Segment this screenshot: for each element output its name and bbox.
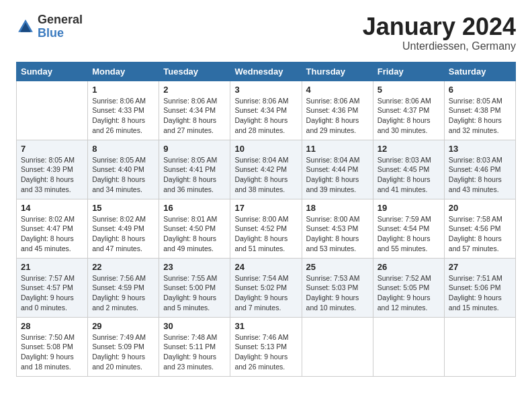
calendar-cell — [444, 317, 515, 376]
header-cell-thursday: Thursday — [302, 62, 373, 81]
logo-general-text: General — [38, 13, 83, 26]
calendar-cell: 6Sunrise: 8:05 AMSunset: 4:38 PMDaylight… — [444, 81, 515, 140]
calendar-cell: 29Sunrise: 7:49 AMSunset: 5:09 PMDayligh… — [88, 317, 159, 376]
calendar-week-4: 21Sunrise: 7:57 AMSunset: 4:57 PMDayligh… — [17, 258, 516, 317]
day-number: 25 — [306, 262, 369, 272]
calendar-cell: 26Sunrise: 7:52 AMSunset: 5:05 PMDayligh… — [373, 258, 444, 317]
calendar-cell: 2Sunrise: 8:06 AMSunset: 4:34 PMDaylight… — [159, 81, 230, 140]
header: General Blue January 2024 Unterdiessen, … — [16, 13, 516, 52]
day-number: 22 — [92, 262, 154, 272]
calendar-cell: 27Sunrise: 7:51 AMSunset: 5:06 PMDayligh… — [444, 258, 515, 317]
cell-content: Sunrise: 7:56 AMSunset: 4:59 PMDaylight:… — [92, 273, 154, 313]
day-number: 31 — [234, 321, 297, 331]
day-number: 21 — [21, 262, 83, 272]
cell-content: Sunrise: 7:48 AMSunset: 5:11 PMDaylight:… — [163, 332, 226, 372]
calendar-cell: 13Sunrise: 8:03 AMSunset: 4:46 PMDayligh… — [444, 140, 515, 199]
calendar-cell: 21Sunrise: 7:57 AMSunset: 4:57 PMDayligh… — [17, 258, 88, 317]
cell-content: Sunrise: 8:02 AMSunset: 4:47 PMDaylight:… — [21, 214, 83, 254]
calendar-cell: 15Sunrise: 8:02 AMSunset: 4:49 PMDayligh… — [88, 199, 159, 258]
calendar-cell: 11Sunrise: 8:04 AMSunset: 4:44 PMDayligh… — [302, 140, 373, 199]
calendar-cell: 31Sunrise: 7:46 AMSunset: 5:13 PMDayligh… — [230, 317, 302, 376]
cell-content: Sunrise: 8:05 AMSunset: 4:38 PMDaylight:… — [449, 96, 511, 136]
header-cell-tuesday: Tuesday — [159, 62, 230, 81]
day-number: 26 — [378, 262, 440, 272]
day-number: 10 — [234, 144, 297, 154]
cell-content: Sunrise: 8:04 AMSunset: 4:42 PMDaylight:… — [234, 155, 297, 195]
header-cell-friday: Friday — [373, 62, 444, 81]
calendar-cell: 1Sunrise: 8:06 AMSunset: 4:33 PMDaylight… — [88, 81, 159, 140]
day-number: 14 — [21, 203, 83, 213]
cell-content: Sunrise: 8:06 AMSunset: 4:36 PMDaylight:… — [306, 96, 369, 136]
day-number: 4 — [306, 85, 369, 95]
cell-content: Sunrise: 8:05 AMSunset: 4:41 PMDaylight:… — [163, 155, 226, 195]
cell-content: Sunrise: 7:54 AMSunset: 5:02 PMDaylight:… — [234, 273, 297, 313]
day-number: 20 — [449, 203, 511, 213]
cell-content: Sunrise: 7:51 AMSunset: 5:06 PMDaylight:… — [449, 273, 511, 313]
day-number: 18 — [306, 203, 369, 213]
cell-content: Sunrise: 7:52 AMSunset: 5:05 PMDaylight:… — [378, 273, 440, 313]
day-number: 13 — [449, 144, 511, 154]
calendar-cell: 9Sunrise: 8:05 AMSunset: 4:41 PMDaylight… — [159, 140, 230, 199]
calendar-cell: 30Sunrise: 7:48 AMSunset: 5:11 PMDayligh… — [159, 317, 230, 376]
day-number: 2 — [163, 85, 226, 95]
day-number: 11 — [306, 144, 369, 154]
day-number: 30 — [163, 321, 226, 331]
calendar-cell: 20Sunrise: 7:58 AMSunset: 4:56 PMDayligh… — [444, 199, 515, 258]
calendar-cell — [373, 317, 444, 376]
cell-content: Sunrise: 7:50 AMSunset: 5:08 PMDaylight:… — [21, 332, 83, 372]
day-number: 7 — [21, 144, 83, 154]
day-number: 23 — [163, 262, 226, 272]
cell-content: Sunrise: 8:00 AMSunset: 4:53 PMDaylight:… — [306, 214, 369, 254]
calendar-cell — [302, 317, 373, 376]
calendar-week-1: 1Sunrise: 8:06 AMSunset: 4:33 PMDaylight… — [17, 81, 516, 140]
cell-content: Sunrise: 8:06 AMSunset: 4:34 PMDaylight:… — [234, 96, 297, 136]
cell-content: Sunrise: 8:05 AMSunset: 4:40 PMDaylight:… — [92, 155, 154, 195]
day-number: 12 — [378, 144, 440, 154]
title-area: January 2024 Unterdiessen, Germany — [363, 13, 516, 52]
month-title: January 2024 — [363, 13, 516, 40]
day-number: 29 — [92, 321, 154, 331]
calendar-cell: 16Sunrise: 8:01 AMSunset: 4:50 PMDayligh… — [159, 199, 230, 258]
cell-content: Sunrise: 8:03 AMSunset: 4:46 PMDaylight:… — [449, 155, 511, 195]
calendar-cell: 10Sunrise: 8:04 AMSunset: 4:42 PMDayligh… — [230, 140, 302, 199]
cell-content: Sunrise: 7:59 AMSunset: 4:54 PMDaylight:… — [378, 214, 440, 254]
calendar-body: 1Sunrise: 8:06 AMSunset: 4:33 PMDaylight… — [17, 81, 516, 376]
calendar-cell: 25Sunrise: 7:53 AMSunset: 5:03 PMDayligh… — [302, 258, 373, 317]
cell-content: Sunrise: 8:04 AMSunset: 4:44 PMDaylight:… — [306, 155, 369, 195]
cell-content: Sunrise: 8:02 AMSunset: 4:49 PMDaylight:… — [92, 214, 154, 254]
cell-content: Sunrise: 8:01 AMSunset: 4:50 PMDaylight:… — [163, 214, 226, 254]
calendar-cell — [17, 81, 88, 140]
calendar-week-2: 7Sunrise: 8:05 AMSunset: 4:39 PMDaylight… — [17, 140, 516, 199]
calendar-cell: 4Sunrise: 8:06 AMSunset: 4:36 PMDaylight… — [302, 81, 373, 140]
day-number: 17 — [234, 203, 297, 213]
calendar-week-3: 14Sunrise: 8:02 AMSunset: 4:47 PMDayligh… — [17, 199, 516, 258]
day-number: 8 — [92, 144, 154, 154]
cell-content: Sunrise: 8:05 AMSunset: 4:39 PMDaylight:… — [21, 155, 83, 195]
day-number: 24 — [234, 262, 297, 272]
cell-content: Sunrise: 7:57 AMSunset: 4:57 PMDaylight:… — [21, 273, 83, 313]
header-cell-saturday: Saturday — [444, 62, 515, 81]
calendar-cell: 28Sunrise: 7:50 AMSunset: 5:08 PMDayligh… — [17, 317, 88, 376]
calendar-cell: 8Sunrise: 8:05 AMSunset: 4:40 PMDaylight… — [88, 140, 159, 199]
cell-content: Sunrise: 8:06 AMSunset: 4:34 PMDaylight:… — [163, 96, 226, 136]
day-number: 27 — [449, 262, 511, 272]
calendar-cell: 24Sunrise: 7:54 AMSunset: 5:02 PMDayligh… — [230, 258, 302, 317]
cell-content: Sunrise: 7:46 AMSunset: 5:13 PMDaylight:… — [234, 332, 297, 372]
calendar-cell: 3Sunrise: 8:06 AMSunset: 4:34 PMDaylight… — [230, 81, 302, 140]
day-number: 5 — [378, 85, 440, 95]
calendar-cell: 7Sunrise: 8:05 AMSunset: 4:39 PMDaylight… — [17, 140, 88, 199]
day-number: 15 — [92, 203, 154, 213]
logo-icon — [16, 17, 35, 36]
cell-content: Sunrise: 7:53 AMSunset: 5:03 PMDaylight:… — [306, 273, 369, 313]
calendar-week-5: 28Sunrise: 7:50 AMSunset: 5:08 PMDayligh… — [17, 317, 516, 376]
cell-content: Sunrise: 7:55 AMSunset: 5:00 PMDaylight:… — [163, 273, 226, 313]
day-number: 28 — [21, 321, 83, 331]
calendar-cell: 14Sunrise: 8:02 AMSunset: 4:47 PMDayligh… — [17, 199, 88, 258]
day-number: 16 — [163, 203, 226, 213]
day-number: 1 — [92, 85, 154, 95]
calendar-cell: 12Sunrise: 8:03 AMSunset: 4:45 PMDayligh… — [373, 140, 444, 199]
calendar-cell: 22Sunrise: 7:56 AMSunset: 4:59 PMDayligh… — [88, 258, 159, 317]
day-number: 19 — [378, 203, 440, 213]
subtitle: Unterdiessen, Germany — [363, 40, 516, 52]
day-number: 3 — [234, 85, 297, 95]
